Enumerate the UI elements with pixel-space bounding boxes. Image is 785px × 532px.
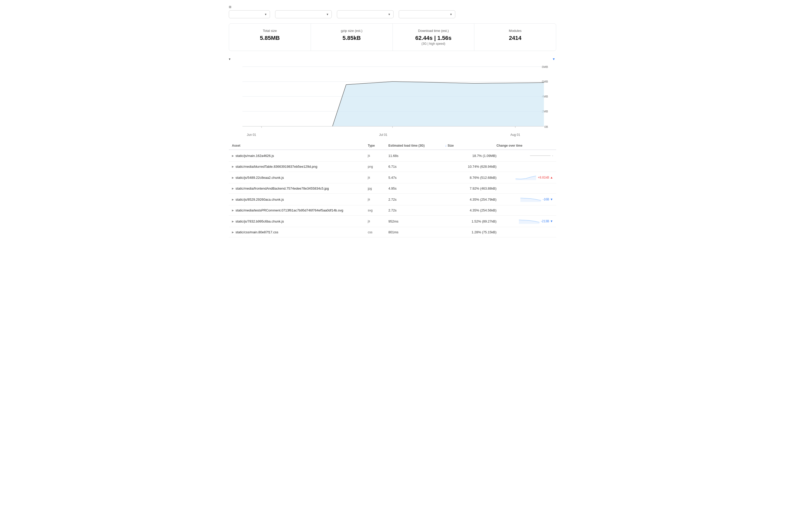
col-change: Change over time <box>497 144 553 148</box>
bundle-select[interactable]: ▾ <box>275 10 332 18</box>
chart-svg: 8MB 6MB 4MB 2MB 0B <box>229 64 556 131</box>
bundle-filter: ▾ <box>275 9 332 18</box>
months-selector[interactable]: ▾ <box>552 57 555 61</box>
change-cell: +8.81kB ▲ <box>497 175 553 180</box>
expand-icon[interactable]: ▶ <box>232 187 234 190</box>
expand-icon[interactable]: ▶ <box>232 198 234 201</box>
type-cell: js <box>368 176 388 179</box>
svg-text:0B: 0B <box>545 125 548 128</box>
type-cell: js <box>368 154 388 157</box>
table-row: ▶ static/js/8529.29260aca.chunk.js js 2.… <box>229 194 556 205</box>
change-cell: - <box>497 153 553 158</box>
x-label-jul: Jul 01 <box>379 133 387 137</box>
load-time-cell: 2.72s <box>388 197 445 202</box>
sparkline <box>519 219 539 224</box>
chevron-down-icon: ▾ <box>450 12 452 16</box>
stat-card: Modules 2414 <box>474 24 556 51</box>
asset-name: static/media/frontendAndBackend.7574edee… <box>235 187 329 190</box>
change-badge: -16B ▼ <box>542 197 553 201</box>
table-row: ▶ static/css/main.80e87f17.css css 801ms… <box>229 227 556 237</box>
load-time-cell: 11.68s <box>388 154 445 158</box>
chevron-down-icon: ▾ <box>553 57 555 61</box>
expand-icon[interactable]: ▶ <box>232 165 234 168</box>
size-cell: 18.7% (1.09MB) <box>445 154 497 158</box>
stat-card: Total size 5.85MB <box>229 24 311 51</box>
chevron-down-icon: ▾ <box>327 12 328 16</box>
size-cell: 7.92% (463.88kB) <box>445 187 497 190</box>
chart-controls: ▾ <box>552 57 556 61</box>
chevron-down-icon: ▾ <box>388 12 390 16</box>
stat-card: gzip size (est.) 5.85kB <box>311 24 393 51</box>
asset-name: static/js/8529.29260aca.chunk.js <box>235 197 284 202</box>
asset-cell: ▶ static/js/8529.29260aca.chunk.js <box>232 197 368 202</box>
asset-name: static/js/main.162a4626.js <box>235 154 274 158</box>
sparkline <box>530 153 551 158</box>
load-time-cell: 2.72s <box>388 208 445 212</box>
expand-icon[interactable]: ▶ <box>232 154 234 157</box>
size-cell: 10.74% (628.94kB) <box>445 165 497 168</box>
show-by-loading-select[interactable]: ▾ <box>399 10 455 18</box>
asset-name: static/css/main.80e87f17.css <box>235 230 278 234</box>
asset-name: static/media/testsPRComment.0713f61ac7b9… <box>235 208 343 212</box>
type-cell: svg <box>368 209 388 212</box>
stat-label: Download time (est.) <box>399 29 468 33</box>
asset-cell: ▶ static/js/7832.b995c6ba.chunk.js <box>232 219 368 223</box>
load-time-cell: 4.95s <box>388 187 445 190</box>
table-header: Asset Type Estimated load time (3G) ↓ Si… <box>229 142 556 150</box>
size-cell: 4.35% (254.79kB) <box>445 197 497 202</box>
svg-marker-15 <box>521 198 541 202</box>
asset-name: static/js/5489.22c8eaa2.chunk.js <box>235 176 284 180</box>
change-badge: -213B ▼ <box>541 219 553 223</box>
chevron-down-icon: ▾ <box>265 12 267 16</box>
svg-text:8MB: 8MB <box>542 65 548 69</box>
load-time-cell: 5.47s <box>388 176 445 180</box>
expand-icon[interactable]: ▶ <box>232 231 234 234</box>
asset-cell: ▶ static/media/blurredTable.83663919837e… <box>232 165 368 168</box>
chevron-down-icon: ▾ <box>229 57 231 61</box>
change-badge: +8.81kB ▲ <box>538 176 553 179</box>
hide-chart-button[interactable]: ▾ <box>229 57 232 61</box>
change-cell: -16B ▼ <box>497 197 553 202</box>
chart-section: ▾ ▾ 8MB 6MB 4MB 2MB 0B <box>229 57 556 137</box>
filter-icon: ⊞ <box>229 5 231 9</box>
sparkline <box>515 175 536 180</box>
stat-value: 2414 <box>481 35 550 42</box>
filters-row: ⊞ ▾ ▾ ▾ <box>229 5 556 18</box>
change-badge: - <box>552 154 553 157</box>
stat-card: Download time (est.) 62.44s | 1.56s (3G … <box>393 24 475 51</box>
table-row: ▶ static/js/main.162a4626.js js 11.68s 1… <box>229 150 556 162</box>
asset-cell: ▶ static/media/frontendAndBackend.7574ed… <box>232 187 368 190</box>
load-time-cell: 801ms <box>388 230 445 234</box>
table-row: ▶ static/media/blurredTable.83663919837e… <box>229 162 556 172</box>
asset-table: Asset Type Estimated load time (3G) ↓ Si… <box>229 142 556 237</box>
table-row: ▶ static/js/5489.22c8eaa2.chunk.js js 5.… <box>229 172 556 183</box>
stat-value: 5.85MB <box>235 35 304 42</box>
stat-value: 62.44s | 1.56s <box>399 35 468 42</box>
expand-icon[interactable]: ▶ <box>232 209 234 212</box>
branch-context-label: ⊞ <box>229 5 270 9</box>
type-cell: js <box>368 219 388 223</box>
sparkline <box>521 197 541 202</box>
stats-row: Total size 5.85MB gzip size (est.) 5.85k… <box>229 23 556 51</box>
asset-name: static/js/7832.b995c6ba.chunk.js <box>235 219 284 223</box>
size-cell: 8.76% (512.68kB) <box>445 176 497 180</box>
asset-name: static/media/blurredTable.83663919837eb5… <box>235 165 318 168</box>
x-label-aug: Aug 01 <box>510 133 520 137</box>
stat-value: 5.85kB <box>317 35 386 42</box>
asset-cell: ▶ static/media/testsPRComment.0713f61ac7… <box>232 208 368 212</box>
asset-cell: ▶ static/js/5489.22c8eaa2.chunk.js <box>232 176 368 180</box>
x-label-jun: Jun 01 <box>247 133 256 137</box>
type-cell: css <box>368 231 388 234</box>
col-type: Type <box>368 144 388 148</box>
expand-icon[interactable]: ▶ <box>232 220 234 223</box>
type-cell: jpg <box>368 187 388 190</box>
col-size[interactable]: ↓ Size <box>445 144 497 148</box>
col-asset: Asset <box>232 144 368 148</box>
expand-icon[interactable]: ▶ <box>232 176 234 179</box>
table-row: ▶ static/media/testsPRComment.0713f61ac7… <box>229 205 556 216</box>
size-cell: 1.52% (89.27kB) <box>445 219 497 223</box>
show-by-type-select[interactable]: ▾ <box>337 10 394 18</box>
svg-marker-16 <box>519 220 539 224</box>
branch-context-select[interactable]: ▾ <box>229 10 270 18</box>
asset-cell: ▶ static/js/main.162a4626.js <box>232 154 368 158</box>
